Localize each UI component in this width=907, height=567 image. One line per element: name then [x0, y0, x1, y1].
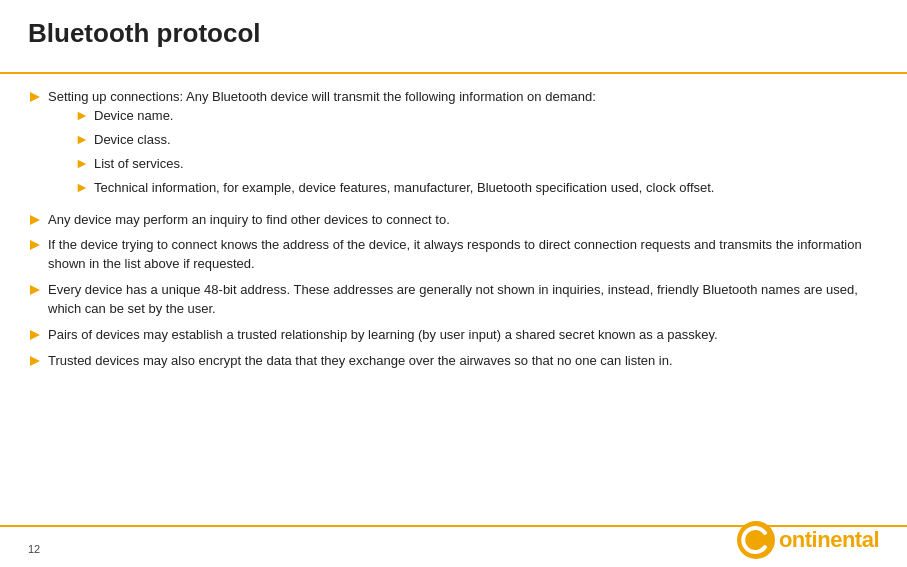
svg-marker-2 [78, 136, 87, 145]
bullet-arrow-icon [28, 90, 44, 104]
sub-bullet-text: Technical information, for example, devi… [94, 179, 714, 197]
content-area: Setting up connections: Any Bluetooth de… [28, 88, 879, 507]
svg-marker-6 [30, 240, 40, 250]
bullet-arrow-icon [28, 238, 44, 252]
sub-bullet-item: Device class. [76, 131, 879, 151]
sub-bullet-text: Device class. [94, 131, 171, 149]
svg-marker-5 [30, 215, 40, 225]
bullet-arrow-icon [28, 213, 44, 227]
sub-bullet-text: Device name. [94, 107, 173, 125]
bullet-arrow-icon [28, 354, 44, 368]
sub-arrow-icon [76, 157, 90, 175]
sub-bullet-text: List of services. [94, 155, 184, 173]
bullet-text: If the device trying to connect knows th… [48, 237, 862, 271]
bullet-item: Setting up connections: Any Bluetooth de… [28, 88, 879, 204]
bullet-item: If the device trying to connect knows th… [28, 236, 879, 274]
bullet-item: Pairs of devices may establish a trusted… [28, 326, 879, 345]
page-title: Bluetooth protocol [28, 18, 261, 49]
sub-arrow-icon [76, 133, 90, 151]
svg-marker-0 [30, 92, 40, 102]
svg-marker-7 [30, 285, 40, 295]
bullet-text: Trusted devices may also encrypt the dat… [48, 353, 673, 368]
bullet-text: Setting up connections: Any Bluetooth de… [48, 89, 596, 104]
sub-bullet-item: Device name. [76, 107, 879, 127]
bullet-item: Trusted devices may also encrypt the dat… [28, 352, 879, 371]
sub-bullet-item: Technical information, for example, devi… [76, 179, 879, 199]
bullet-text: Any device may perform an inquiry to fin… [48, 212, 450, 227]
page-number: 12 [28, 543, 40, 555]
bullet-arrow-icon [28, 283, 44, 297]
svg-marker-1 [78, 112, 87, 121]
bullet-text: Pairs of devices may establish a trusted… [48, 327, 718, 342]
logo-c-icon [735, 519, 777, 561]
sub-arrow-icon [76, 109, 90, 127]
bullet-item: Every device has a unique 48-bit address… [28, 281, 879, 319]
bullet-arrow-icon [28, 328, 44, 342]
svg-marker-4 [78, 184, 87, 193]
logo-text: ontinental [779, 527, 879, 553]
svg-marker-3 [78, 160, 87, 169]
sub-arrow-icon [76, 181, 90, 199]
top-divider [0, 72, 907, 74]
bullet-item: Any device may perform an inquiry to fin… [28, 211, 879, 230]
svg-marker-8 [30, 330, 40, 340]
svg-marker-9 [30, 356, 40, 366]
sub-bullet-item: List of services. [76, 155, 879, 175]
continental-logo: ontinental [735, 519, 879, 561]
sub-items: Device name. Device class. List of servi… [76, 107, 879, 200]
bullet-text: Every device has a unique 48-bit address… [48, 282, 858, 316]
